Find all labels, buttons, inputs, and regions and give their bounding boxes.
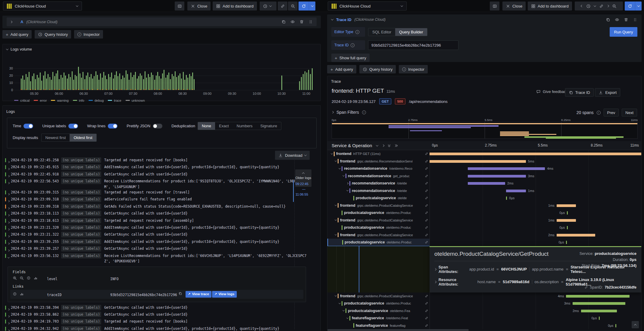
show-full-query-button[interactable]: +Show full query — [331, 54, 370, 62]
copy-icon[interactable] — [281, 20, 286, 24]
span-row[interactable]: recommendationservice/otelde1ms — [327, 187, 641, 195]
span-bar[interactable] — [468, 182, 505, 185]
span-bar[interactable] — [599, 317, 600, 320]
copy-icon[interactable] — [606, 17, 610, 22]
chevron-down-icon[interactable] — [334, 205, 338, 206]
datasource-picker-right[interactable]: ClickHouse Cloud — [328, 2, 407, 11]
prev-button[interactable]: Prev — [604, 109, 619, 116]
span-bar[interactable] — [468, 175, 526, 178]
trash-icon[interactable] — [299, 20, 304, 24]
query-history-button[interactable]: Query history — [359, 65, 396, 73]
span-link-icon[interactable] — [425, 174, 428, 178]
log-row[interactable]: 2024-02-19 09:23:18.613(no unique labels… — [5, 218, 311, 225]
span-link-icon[interactable] — [425, 302, 428, 305]
display-option-oldest-first[interactable]: Oldest first — [70, 134, 96, 141]
split-pane-icon-button-right[interactable] — [490, 2, 499, 11]
span-row[interactable]: frontendgrpc.oteldemo.RecommendationServ… — [327, 158, 641, 165]
span-link-icon[interactable] — [425, 294, 428, 298]
log-row[interactable]: 2024-02-19 09:23:09.318(no unique labels… — [5, 204, 311, 211]
add-to-dashboard-button-left[interactable]: Add to dashboard — [213, 2, 257, 11]
stats-icon[interactable] — [33, 276, 38, 280]
prettify-json-toggle[interactable] — [153, 124, 162, 128]
view-logs-button[interactable]: ↗View logs — [212, 291, 237, 298]
span-row[interactable]: productcatalogserviceotelde0μs — [327, 194, 641, 202]
span-row[interactable]: frontendHTTP GET (11ms) — [327, 150, 641, 158]
chevron-down-icon[interactable] — [334, 295, 338, 297]
datasource-picker-left[interactable]: ClickHouse Cloud — [3, 2, 82, 11]
copy-icon[interactable] — [178, 292, 182, 295]
span-row[interactable]: frontendgrpc.oteldemo.ProductCatalogServ… — [327, 217, 641, 224]
run-query-button[interactable]: Run Query — [610, 27, 637, 37]
log-row[interactable]: 2024-02-19 09:24:32.942(no unique labels… — [5, 326, 311, 331]
span-row[interactable]: frontendgrpc.oteldemo.ProductCatalogServ… — [327, 292, 641, 300]
target-icon[interactable] — [13, 292, 17, 296]
span-bar[interactable] — [566, 241, 567, 244]
span-bar[interactable] — [581, 310, 617, 312]
span-bar[interactable] — [430, 153, 641, 155]
collapse-all-icon[interactable] — [376, 144, 378, 146]
trash-icon[interactable] — [624, 17, 628, 22]
eye-icon[interactable] — [615, 17, 619, 22]
span-link-icon[interactable] — [425, 196, 428, 200]
chevron-down-icon[interactable] — [345, 317, 349, 319]
span-bar[interactable] — [567, 211, 568, 215]
span-row[interactable]: productcatalogserviceoteldemo.Fea2ms — [327, 307, 641, 315]
horizontal-scrollbar[interactable] — [327, 329, 641, 331]
chevron-down-icon[interactable] — [338, 303, 342, 304]
query-row-A[interactable]: A (ClickHouse Cloud) — [7, 17, 317, 26]
span-link-icon[interactable] — [425, 211, 428, 215]
span-row[interactable]: productcatalogserviceoteldemo.Produc3ms — [327, 300, 641, 307]
log-row[interactable]: 2024-02-19 09:23:21.322(no unique labels… — [5, 232, 311, 239]
dedup-option-exact[interactable]: Exact — [215, 122, 233, 130]
drag-handle-icon[interactable] — [308, 20, 313, 24]
chevron-down-icon[interactable] — [330, 153, 334, 155]
chevron-down-icon[interactable] — [342, 175, 345, 177]
log-row[interactable]: 2024-02-19 09:23:09.318(no unique labels… — [5, 196, 311, 203]
log-row[interactable]: 2024-02-19 09:23:39.255(no unique labels… — [5, 239, 311, 246]
span-link-icon[interactable] — [425, 204, 428, 207]
wrap-lines-toggle[interactable] — [108, 124, 117, 128]
log-scrollbar[interactable] — [293, 180, 294, 202]
expand-levels-icon[interactable] — [394, 145, 397, 147]
time-toggle[interactable] — [23, 124, 33, 128]
span-bar[interactable] — [615, 324, 616, 327]
chevron-down-icon[interactable] — [334, 234, 338, 236]
query-history-button[interactable]: Query history — [35, 30, 71, 39]
eye-icon[interactable] — [290, 20, 295, 24]
log-row[interactable]: 2024-02-19 09:23:58.862(no unique labels… — [5, 312, 311, 319]
inspector-button[interactable]: iInspector — [74, 30, 103, 39]
log-row[interactable]: 2024-02-19 09:22:45.258(no unique labels… — [5, 157, 311, 164]
collapse-levels-icon[interactable] — [388, 144, 390, 147]
span-bar[interactable] — [557, 204, 576, 207]
span-bar[interactable] — [566, 295, 630, 298]
span-bar[interactable] — [430, 160, 526, 163]
add-query-button[interactable]: +Add query — [327, 65, 356, 73]
zoom-in-icon[interactable] — [13, 276, 17, 280]
target-icon[interactable] — [27, 276, 31, 280]
query-builder-option[interactable]: Query Builder — [395, 28, 427, 36]
legend-item-critical[interactable]: critical — [14, 99, 30, 102]
inspector-button[interactable]: iInspector — [399, 65, 427, 73]
link-shared-button-left[interactable] — [278, 2, 287, 11]
close-split-button-left[interactable]: Close — [187, 2, 211, 11]
view-trace-button[interactable]: ↗View trace — [186, 291, 211, 298]
log-row[interactable]: 2024-02-19 09:23:39.257(no unique labels… — [5, 246, 311, 253]
span-link-icon[interactable] — [425, 240, 428, 244]
span-bar[interactable] — [567, 226, 568, 229]
span-row[interactable]: recommendationservice/otelde2ms — [327, 180, 641, 187]
log-row[interactable]: 2024-02-19 09:22:56.543(no unique labels… — [5, 178, 311, 190]
close-split-button-right[interactable]: Close — [502, 2, 526, 11]
dedup-option-numbers[interactable]: Numbers — [233, 122, 257, 130]
log-row[interactable]: 2024-02-19 09:22:45.915(no unique labels… — [5, 164, 311, 171]
chevron-down-icon[interactable] — [338, 168, 342, 169]
legend-item-info[interactable]: info — [73, 99, 84, 102]
span-link-icon[interactable] — [425, 233, 428, 237]
zoom-out-button-left[interactable] — [288, 2, 298, 11]
export-button[interactable]: Export — [595, 88, 620, 97]
log-row[interactable]: 2024-02-19 09:23:21.320(no unique labels… — [5, 225, 311, 232]
run-refresh-button-right[interactable] — [625, 2, 642, 11]
chevron-right-icon[interactable] — [345, 183, 349, 184]
legend-item-debug[interactable]: debug — [89, 99, 104, 102]
span-bar[interactable] — [506, 190, 526, 192]
chevron-down-icon[interactable] — [334, 219, 338, 221]
